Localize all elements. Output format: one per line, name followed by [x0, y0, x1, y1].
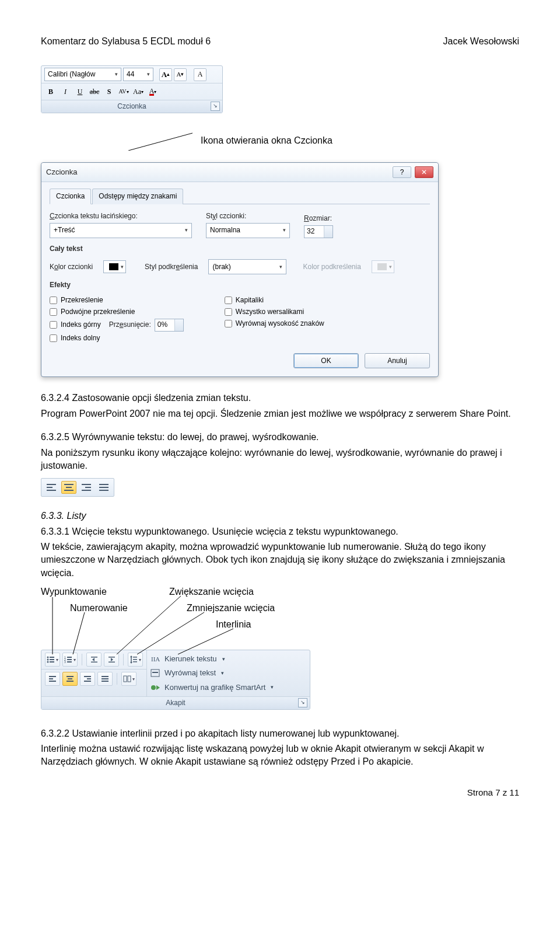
close-button[interactable]: ✕ [415, 166, 433, 178]
callout-font-dialog: Ikona otwierania okna Czcionka [201, 134, 332, 147]
svg-rect-39 [102, 676, 108, 677]
font-color-button[interactable]: A▾ [146, 85, 159, 98]
svg-rect-27 [133, 657, 137, 658]
svg-rect-19 [91, 657, 97, 658]
allcaps-checkbox[interactable]: Wszystko wersalikami [225, 307, 324, 317]
font-style-value: Normalna [210, 225, 240, 235]
svg-rect-13 [67, 657, 72, 658]
font-name-combo[interactable]: Calibri (Nagłów ▾ [44, 68, 121, 81]
font-name-value: Calibri (Nagłów [48, 69, 95, 79]
align-right-button[interactable] [79, 481, 94, 494]
font-group-title: Czcionka [117, 102, 146, 110]
svg-rect-36 [84, 676, 91, 677]
convert-smartart-button[interactable]: Konwertuj na grafikę SmartArt ▾ [147, 681, 277, 695]
svg-marker-26 [130, 662, 132, 664]
help-button[interactable]: ? [393, 166, 411, 178]
font-size-value: 44 [127, 69, 134, 79]
equalize-checkbox[interactable]: Wyrównaj wysokość znaków [225, 319, 324, 329]
paragraph-dialog-launcher[interactable]: ↘ [298, 698, 307, 707]
tab-font[interactable]: Czcionka [50, 189, 91, 204]
font-color-label: Kolor czcionki [50, 262, 93, 272]
align-icons-strip [41, 478, 114, 497]
smallcaps-checkbox[interactable]: Kapitaliki [225, 295, 324, 305]
font-style-combo[interactable]: Normalna ▾ [206, 223, 290, 238]
heading-6324: 6.3.2.4 Zastosowanie opcji śledzenia zmi… [41, 392, 519, 405]
smartart-icon [150, 683, 161, 692]
align-text-label: Wyrównaj tekst [164, 668, 216, 678]
font-color-picker[interactable]: ▾ [103, 260, 126, 273]
text-6325: Na poniższym rysunku ikony włączające ko… [41, 447, 519, 473]
align-center-button[interactable] [61, 481, 76, 494]
svg-text:3: 3 [64, 660, 66, 663]
para-align-left-button[interactable] [45, 672, 60, 686]
subscript-checkbox[interactable]: Indeks dolny [50, 333, 184, 343]
align-text-button[interactable]: Wyrównaj tekst ▾ [147, 666, 277, 680]
svg-marker-48 [156, 685, 160, 690]
text-6331: W tekście, zawierającym akapity, można w… [41, 541, 519, 580]
clear-format-button[interactable]: A [194, 68, 206, 81]
offset-label: Przesunięcie: [109, 320, 151, 330]
svg-rect-20 [91, 662, 97, 663]
latin-font-combo[interactable]: +Treść ▾ [50, 223, 192, 238]
strike-checkbox[interactable]: Przekreślenie [50, 295, 184, 305]
label-arrows [41, 585, 309, 655]
effects-group: Efekty [50, 280, 430, 290]
grow-font-button[interactable]: A▴ [159, 68, 172, 81]
para-align-right-button[interactable] [80, 672, 95, 686]
strike-button[interactable]: abc [88, 85, 101, 98]
shadow-button[interactable]: S [103, 85, 116, 98]
ok-button[interactable]: OK [293, 353, 359, 369]
svg-rect-15 [67, 659, 72, 660]
font-dialog-launcher[interactable]: ↘ [211, 102, 220, 111]
char-spacing-button[interactable]: AV▾ [117, 85, 130, 98]
text-6324: Program PowerPoint 2007 nie ma tej opcji… [41, 407, 519, 420]
underline-color-label: Kolor podkreślenia [303, 262, 360, 272]
all-text-group: Cały tekst [50, 244, 430, 254]
heading-6331: 6.3.3.1 Wcięcie tekstu wypunktowanego. U… [41, 525, 519, 538]
bold-button[interactable]: B [44, 85, 57, 98]
cancel-button[interactable]: Anuluj [365, 353, 430, 369]
columns-button[interactable]: ▾ [121, 672, 136, 686]
underline-style-value: (brak) [212, 262, 230, 272]
double-strike-checkbox[interactable]: Podwójne przekreślenie [50, 307, 184, 317]
doc-header-right: Jacek Wesołowski [443, 35, 519, 48]
change-case-button[interactable]: Aa▾ [132, 85, 145, 98]
font-size-spin[interactable]: 32 [304, 225, 333, 238]
chevron-down-icon: ▾ [221, 670, 224, 677]
tab-spacing[interactable]: Odstępy między znakami [92, 189, 183, 204]
underline-style-combo[interactable]: (brak) ▾ [208, 259, 286, 274]
chevron-down-icon: ▾ [271, 684, 274, 691]
para-align-center-button[interactable] [62, 672, 78, 686]
italic-button[interactable]: I [59, 85, 72, 98]
svg-marker-25 [130, 655, 132, 657]
font-dialog: Czcionka ? ✕ Czcionka Odstępy między zna… [41, 162, 439, 377]
svg-text:IIA: IIA [151, 655, 160, 662]
font-size-combo[interactable]: 44 ▾ [123, 68, 153, 81]
svg-rect-33 [66, 676, 74, 677]
page-footer: Strona 7 z 11 [41, 786, 519, 799]
underline-button[interactable]: U [74, 85, 86, 98]
superscript-checkbox[interactable]: Indeks górny Przesunięcie: 0% [50, 319, 184, 332]
align-left-button[interactable] [44, 481, 59, 494]
svg-marker-18 [92, 658, 94, 661]
chevron-down-icon: ▾ [115, 71, 118, 78]
svg-rect-22 [108, 657, 115, 658]
align-text-icon [150, 669, 161, 678]
shrink-font-button[interactable]: A▾ [174, 68, 187, 81]
dialog-title: Czcionka [46, 167, 77, 177]
svg-rect-41 [102, 681, 108, 682]
heading-6322: 6.3.2.2 Ustawianie interlinii przed i po… [41, 727, 519, 740]
align-justify-button[interactable] [96, 481, 111, 494]
chevron-down-icon: ▾ [283, 226, 286, 234]
svg-rect-46 [152, 672, 158, 673]
offset-spin[interactable]: 0% [155, 319, 184, 332]
underline-color-picker: ▾ [372, 260, 394, 273]
callout-arrow [128, 131, 192, 151]
svg-rect-38 [84, 681, 91, 682]
para-align-justify-button[interactable] [97, 672, 113, 686]
svg-line-2 [73, 612, 85, 654]
svg-rect-42 [124, 676, 127, 682]
svg-rect-17 [67, 661, 72, 662]
chevron-down-icon: ▾ [222, 655, 225, 663]
font-ribbon-group: Calibri (Nagłów ▾ 44 ▾ A▴ A▾ A B I U abc… [41, 65, 223, 113]
